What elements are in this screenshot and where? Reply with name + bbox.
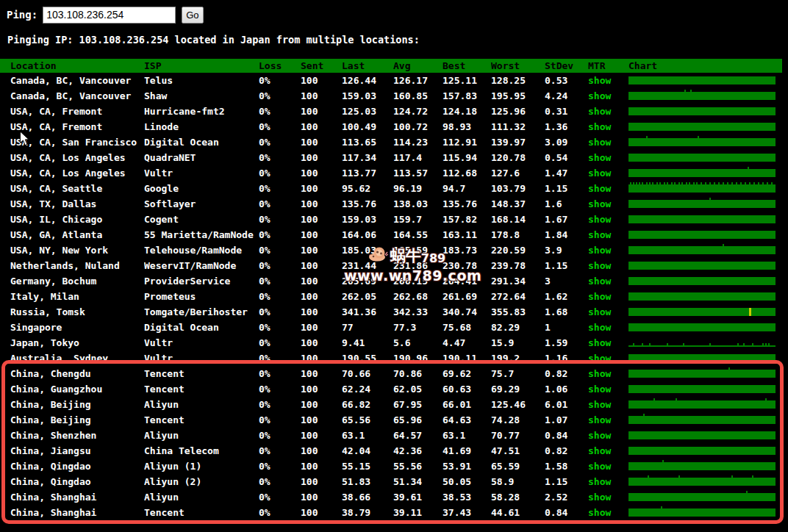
table-row: China, ShanghaiAliyun0%10038.6639.6138.5…: [0, 489, 782, 505]
cell-loss: 0%: [259, 242, 301, 258]
cell-location: Australia, Sydney: [10, 351, 144, 366]
cell-location: USA, CA, Seattle: [10, 181, 144, 196]
cell-loss: 0%: [259, 459, 301, 474]
cell-location: Japan, Tokyo: [10, 335, 144, 351]
cell-loss: 0%: [259, 474, 301, 489]
cell-sent: 100: [301, 258, 342, 273]
latency-spike-tick: [678, 475, 680, 478]
column-header-stdev: StDev: [545, 59, 588, 73]
mtr-show-link[interactable]: show: [588, 214, 611, 225]
ping-chart-bar: [628, 474, 776, 489]
cell-mtr: show: [588, 258, 628, 273]
mtr-show-link[interactable]: show: [588, 276, 611, 287]
cell-last: 63.1: [342, 428, 393, 443]
mtr-show-link[interactable]: show: [588, 353, 611, 364]
mtr-show-link[interactable]: show: [588, 476, 611, 487]
mtr-show-link[interactable]: show: [588, 430, 611, 441]
mtr-show-link[interactable]: show: [588, 137, 611, 148]
latency-spike-tick: [633, 182, 634, 184]
ping-chart-bar: [628, 412, 776, 428]
cell-location: USA, CA, San Francisco: [10, 134, 144, 150]
mtr-show-link[interactable]: show: [588, 229, 611, 240]
mtr-show-link[interactable]: show: [588, 399, 611, 410]
cell-avg: 65.96: [393, 412, 443, 428]
ping-results-table: LocationISPLossSentLastAvgBestWorstStDev…: [0, 59, 782, 520]
ping-chart-bar: [628, 165, 776, 181]
ping-chart-bar: [628, 88, 776, 104]
mtr-show-link[interactable]: show: [588, 260, 611, 271]
cell-best: 125.11: [443, 73, 491, 88]
cell-loss: 0%: [259, 335, 301, 351]
cell-sent: 100: [301, 289, 342, 304]
cell-best: 98.93: [443, 119, 491, 134]
cell-isp: Aliyun (2): [144, 474, 259, 489]
cell-location: China, Qingdao: [10, 459, 144, 474]
ping-input[interactable]: [43, 7, 176, 24]
cell-location: China, Shanghai: [10, 489, 144, 505]
cell-stdev: 1.15: [545, 181, 588, 196]
cell-mtr: show: [588, 242, 628, 258]
table-row: China, QingdaoAliyun (1)0%10055.1555.565…: [0, 459, 782, 474]
cell-sent: 100: [301, 443, 342, 459]
mtr-show-link[interactable]: show: [588, 198, 611, 209]
cell-last: 62.24: [342, 381, 393, 397]
mtr-show-link[interactable]: show: [588, 183, 611, 194]
cell-last: 262.05: [342, 289, 393, 304]
cell-avg: 77.3: [393, 320, 443, 335]
mtr-show-link[interactable]: show: [588, 461, 611, 472]
latency-spike-tick: [661, 506, 662, 508]
latency-spike-tick: [648, 475, 649, 478]
cell-isp: China Telecom: [144, 443, 259, 459]
mtr-show-link[interactable]: show: [588, 90, 611, 101]
cell-best: 63.1: [443, 428, 491, 443]
mtr-show-link[interactable]: show: [588, 75, 611, 86]
go-button[interactable]: Go: [182, 7, 203, 24]
table-row: China, ChengduTencent0%10070.6670.8669.6…: [0, 366, 782, 381]
mtr-show-link[interactable]: show: [588, 445, 611, 456]
mtr-show-link[interactable]: show: [588, 322, 611, 333]
ping-chart-bar: [628, 428, 776, 443]
table-row: Russia, TomskTomgate/Berihoster0%100341.…: [0, 304, 782, 320]
cell-stdev: 1.36: [545, 119, 588, 134]
mtr-show-link[interactable]: show: [588, 245, 611, 256]
mtr-show-link[interactable]: show: [588, 291, 611, 302]
latency-spike-tick: [714, 182, 715, 184]
mtr-show-link[interactable]: show: [588, 507, 611, 518]
cell-stdev: 0.82: [545, 366, 588, 381]
cell-avg: 126.17: [393, 73, 443, 88]
cell-mtr: show: [588, 459, 628, 474]
table-row: Netherlands, NulandWeservIT/RamNode0%100…: [0, 258, 782, 273]
cell-mtr: show: [588, 134, 628, 150]
mtr-show-link[interactable]: show: [588, 168, 611, 179]
cell-worst: 195.95: [491, 88, 545, 104]
ping-chart-bar: [628, 320, 776, 335]
mtr-show-link[interactable]: show: [588, 384, 611, 395]
cell-stdev: 1.84: [545, 227, 588, 242]
cell-location: Singapore: [10, 320, 144, 335]
mtr-show-link[interactable]: show: [588, 414, 611, 425]
cell-best: 230.78: [443, 258, 491, 273]
status-target-country: Japan: [240, 34, 271, 46]
mtr-show-link[interactable]: show: [588, 306, 611, 317]
cell-best: 112.91: [443, 134, 491, 150]
cell-worst: 75.7: [491, 366, 545, 381]
mtr-show-link[interactable]: show: [588, 121, 611, 132]
latency-spike-tick: [746, 491, 748, 493]
cell-worst: 355.83: [491, 304, 545, 320]
latency-spike-tick: [678, 182, 680, 184]
cell-avg: 96.19: [393, 181, 443, 196]
cell-isp: Aliyun: [144, 428, 259, 443]
status-prefix: Pinging IP: 103.108.236.254 located in: [7, 34, 240, 46]
mtr-show-link[interactable]: show: [588, 368, 611, 379]
mtr-show-link[interactable]: show: [588, 106, 611, 117]
mtr-show-link[interactable]: show: [588, 152, 611, 163]
mtr-show-link[interactable]: show: [588, 337, 611, 348]
cell-loss: 0%: [259, 443, 301, 459]
cell-best: 183.73: [443, 242, 491, 258]
cell-loss: 0%: [259, 320, 301, 335]
mtr-show-link[interactable]: show: [588, 492, 611, 503]
cell-worst: 69.29: [491, 381, 545, 397]
cell-avg: 114.23: [393, 134, 443, 150]
cell-isp: Vultr: [144, 165, 259, 181]
cell-last: 164.06: [342, 227, 393, 242]
